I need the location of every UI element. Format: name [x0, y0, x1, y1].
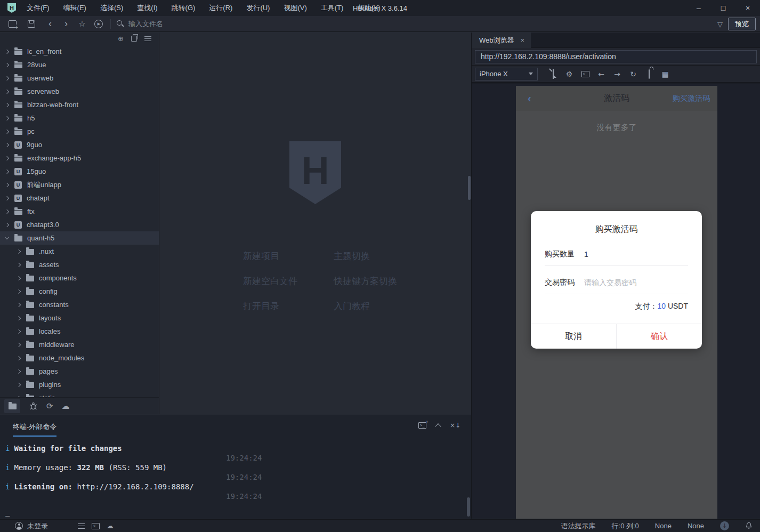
- file-search[interactable]: [116, 20, 240, 28]
- terminal-scrollbar[interactable]: [467, 497, 470, 517]
- tree-item[interactable]: 28vue: [0, 58, 159, 71]
- filetype-value[interactable]: None: [688, 522, 704, 530]
- link-getting-started[interactable]: 入门教程: [334, 300, 397, 312]
- tree-item[interactable]: static: [0, 391, 159, 397]
- expand-panel-icon[interactable]: [435, 423, 441, 429]
- tree-item[interactable]: 9guo: [0, 138, 159, 151]
- tree-item[interactable]: ftx: [0, 205, 159, 218]
- open-external-icon[interactable]: [545, 70, 561, 78]
- link-new-project[interactable]: 新建项目: [243, 250, 334, 262]
- cloud-icon[interactable]: ☁: [62, 401, 70, 411]
- filter-icon[interactable]: ▽: [717, 20, 723, 28]
- menu-view[interactable]: 视图(V): [284, 3, 306, 13]
- download-icon[interactable]: ↓: [720, 521, 729, 530]
- tree-item[interactable]: h5: [0, 111, 159, 125]
- tree-item[interactable]: 前端uniapp: [0, 178, 159, 191]
- menu-run[interactable]: 运行(R): [209, 3, 232, 13]
- buy-activation-link[interactable]: 购买激活码: [673, 94, 710, 103]
- locate-file-icon[interactable]: ⊕: [118, 35, 124, 43]
- maximize-button[interactable]: □: [711, 0, 735, 16]
- browser-tab[interactable]: Web浏览器 ×: [472, 33, 531, 48]
- project-manager-tab[interactable]: [4, 399, 20, 413]
- tree-item-selected[interactable]: quant-h5: [0, 231, 159, 245]
- chevron-right-icon: [5, 209, 9, 213]
- favorite-star-icon[interactable]: ☆: [74, 19, 90, 29]
- network-cloud-icon[interactable]: ☁: [107, 522, 114, 530]
- menu-edit[interactable]: 编辑(E): [63, 3, 86, 13]
- link-new-blank-file[interactable]: 新建空白文件: [243, 275, 334, 287]
- tree-item[interactable]: chatapt: [0, 191, 159, 205]
- tree-item[interactable]: .nuxt: [0, 245, 159, 258]
- save-icon[interactable]: [28, 20, 35, 28]
- tree-item[interactable]: userweb: [0, 71, 159, 85]
- url-input[interactable]: [475, 50, 757, 63]
- tree-item[interactable]: exchange-app-h5: [0, 151, 159, 165]
- close-tab-icon[interactable]: ×: [521, 36, 525, 44]
- new-file-icon[interactable]: [9, 20, 17, 28]
- encoding-value[interactable]: None: [655, 522, 672, 530]
- notification-bell-icon[interactable]: [745, 522, 753, 530]
- tree-item[interactable]: bizzan-web-front: [0, 98, 159, 111]
- tree-item[interactable]: chatapt3.0: [0, 218, 159, 231]
- nav-forward-icon[interactable]: →: [609, 70, 625, 78]
- tree-item[interactable]: components: [0, 271, 159, 285]
- new-terminal-icon[interactable]: >_: [418, 422, 426, 429]
- debug-icon[interactable]: [29, 402, 38, 410]
- folder-icon: [14, 209, 22, 215]
- collapse-all-icon[interactable]: [131, 36, 137, 42]
- menu-select[interactable]: 选择(S): [100, 3, 123, 13]
- tree-item[interactable]: assets: [0, 258, 159, 271]
- close-button[interactable]: ×: [735, 0, 760, 16]
- link-shortcut-scheme[interactable]: 快捷键方案切换: [334, 275, 397, 287]
- menu-publish[interactable]: 发行(U): [246, 3, 270, 13]
- tree-item[interactable]: constants: [0, 298, 159, 311]
- menu-file[interactable]: 文件(F): [27, 3, 50, 13]
- password-input[interactable]: [584, 278, 688, 287]
- tree-item[interactable]: node_modules: [0, 351, 159, 365]
- tree-item[interactable]: layouts: [0, 311, 159, 325]
- file-search-input[interactable]: [128, 20, 240, 28]
- forward-icon[interactable]: ›: [58, 18, 74, 29]
- tree-item[interactable]: lc_en_front: [0, 45, 159, 58]
- back-chevron-icon[interactable]: ‹: [528, 92, 531, 104]
- tree-item[interactable]: plugins: [0, 378, 159, 391]
- preview-button[interactable]: 预览: [728, 18, 756, 30]
- tree-item[interactable]: pages: [0, 365, 159, 378]
- uniapp-icon: [14, 141, 22, 149]
- refresh-icon[interactable]: ↻: [625, 70, 641, 78]
- run-icon[interactable]: [94, 20, 103, 28]
- menu-tools[interactable]: 工具(T): [321, 3, 344, 13]
- syntax-library-label[interactable]: 语法提示库: [561, 521, 596, 531]
- tree-item[interactable]: 15guo: [0, 165, 159, 178]
- cursor-position-label[interactable]: 行:0 列:0: [612, 521, 639, 531]
- lock-icon[interactable]: [641, 70, 657, 78]
- settings-gear-icon[interactable]: ⚙: [561, 70, 577, 78]
- tree-item[interactable]: pc: [0, 125, 159, 138]
- outline-icon[interactable]: [78, 523, 85, 529]
- link-open-directory[interactable]: 打开目录: [243, 300, 334, 312]
- minimize-button[interactable]: –: [686, 0, 711, 16]
- menu-help[interactable]: 帮助(Y): [357, 3, 380, 13]
- qrcode-icon[interactable]: ▦: [657, 70, 673, 78]
- menu-goto[interactable]: 跳转(G): [172, 3, 196, 13]
- sync-icon[interactable]: ⟳: [46, 401, 53, 411]
- close-panel-icon[interactable]: ×↓: [450, 422, 460, 429]
- menu-find[interactable]: 查找(I): [137, 3, 157, 13]
- device-select[interactable]: iPhone X: [475, 68, 538, 80]
- tree-item[interactable]: serverweb: [0, 85, 159, 98]
- link-theme-switch[interactable]: 主题切换: [334, 250, 397, 262]
- nav-back-icon[interactable]: ←: [593, 70, 609, 78]
- quantity-value[interactable]: 1: [584, 250, 588, 259]
- back-icon[interactable]: ‹: [42, 18, 58, 29]
- tree-item[interactable]: middleware: [0, 338, 159, 351]
- console-icon[interactable]: >_: [577, 71, 593, 77]
- sidebar-menu-icon[interactable]: [144, 36, 151, 41]
- tree-item[interactable]: locales: [0, 325, 159, 338]
- terminal-status-icon[interactable]: >_: [92, 523, 100, 529]
- confirm-button[interactable]: 确认: [616, 324, 702, 349]
- cancel-button[interactable]: 取消: [531, 324, 616, 349]
- login-status[interactable]: 未登录: [15, 521, 48, 531]
- tree-item[interactable]: config: [0, 285, 159, 298]
- editor-scrollbar[interactable]: [468, 176, 471, 200]
- terminal-tab[interactable]: 终端-外部命令: [13, 422, 56, 437]
